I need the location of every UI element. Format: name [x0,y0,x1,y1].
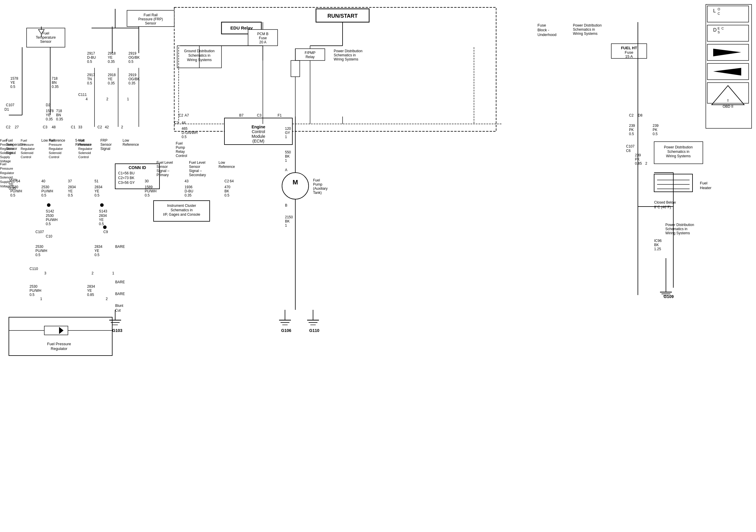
svg-text:Sensor: Sensor [156,165,168,169]
wire-2834-2-label: 2834 [94,244,102,249]
c9-43-label: 43 [185,179,189,183]
svg-text:BK: BK [225,189,229,193]
ecm-label: Engine [252,124,265,129]
svg-text:0.5: 0.5 [99,222,104,226]
low-ref-2-label: Low [122,139,129,142]
svg-text:2: 2 [645,162,647,165]
wire-near-fpr: 1578 [9,178,17,182]
wire-2918-ye2-label: 2918 [108,73,116,77]
fuse-block-label: Fuse [537,23,546,27]
svg-text:Signal: Signal [100,147,110,151]
svg-text:BK: BK [285,154,290,159]
svg-text:A7: A7 [185,113,189,117]
svg-text:Fuse: Fuse [259,36,267,40]
wire-2917-tn-label: 2917 [87,73,95,77]
svg-text:Control: Control [252,129,265,134]
svg-text:YE: YE [99,218,104,222]
wire-2530-2-label: 2530 [36,244,43,249]
c2b-label: C2 [97,125,102,129]
svg-text:C: C [717,12,720,15]
svg-text:GY: GY [285,131,290,135]
svg-text:D-GN/WH: D-GN/WH [182,131,198,135]
svg-text:Reference: Reference [122,142,139,147]
svg-text:0.85: 0.85 [635,162,642,165]
svg-text:Schematics in: Schematics in [573,27,595,32]
svg-text:PU/WH: PU/WH [36,249,47,253]
wire-718-c: 718 [56,109,62,113]
svg-text:Pressure: Pressure [78,143,91,146]
svg-text:Heater: Heater [700,186,712,190]
svg-text:2834: 2834 [99,214,107,218]
svg-text:Signal –: Signal – [189,169,202,173]
svg-text:44: 44 [182,121,186,125]
svg-text:BK: BK [285,219,290,223]
svg-text:Regulator: Regulator [51,346,68,351]
svg-text:Sensor: Sensor [145,21,156,25]
svg-text:Schematics in: Schematics in [667,150,689,154]
svg-text:Pressure (FRP): Pressure (FRP) [138,17,163,21]
wire-2834-3-label: 2834 [87,285,95,289]
svg-text:Sensor: Sensor [189,165,200,169]
g110-label: G110 [309,328,319,333]
svg-text:1: 1 [285,135,287,139]
svg-text:Regulator: Regulator [0,171,14,175]
svg-text:2834: 2834 [94,185,102,189]
svg-text:YE: YE [108,56,113,60]
c2-label: C2 [6,125,11,129]
svg-text:D1: D1 [4,107,9,112]
svg-text:Supply: Supply [0,180,10,184]
svg-text:Module: Module [252,134,265,139]
svg-text:Control: Control [21,155,31,159]
svg-text:Wiring Systems: Wiring Systems [573,32,597,36]
wire-2919-ogbk-label: 2919 [128,51,136,56]
c9-label: C9 [103,230,108,234]
f1-label: F1 [278,113,282,117]
svg-text:Pressure: Pressure [0,143,13,146]
svg-text:YE: YE [94,189,99,193]
svg-text:2: 2 [106,297,108,301]
svg-text:PU/WH: PU/WH [145,189,156,193]
svg-text:Solenoid: Solenoid [21,151,33,155]
svg-text:0.5: 0.5 [41,193,46,197]
frp-signal-label: FRP [100,139,107,142]
fuel-pressure-regulator-label: Fuel Pressure [47,342,71,346]
b-label: B [285,203,287,207]
svg-text:2: 2 [92,271,94,275]
wiring-diagram: RUN/START EDU Relay Fuse Block - Underho… [0,0,756,532]
svg-text:Sensor: Sensor [100,142,112,147]
svg-text:D-BU: D-BU [185,189,193,193]
s142-label: S142 [46,209,54,213]
svg-text:C3=56 GY: C3=56 GY [118,181,135,185]
c107-c6-label: C107 [626,144,634,148]
svg-text:0.5: 0.5 [629,132,634,136]
c1-44-label: C1 [174,121,179,125]
power-dist-3-label: Power Distribution [664,145,692,149]
svg-text:C: C [721,27,724,30]
svg-text:C1=56 BU: C1=56 BU [118,171,135,175]
svg-text:4: 4 [86,97,88,101]
svg-text:S: S [717,30,720,34]
svg-text:0.5: 0.5 [182,135,187,139]
fp-reg-solenoid-ctrl2: Fuel [49,139,55,142]
svg-text:1.25: 1.25 [654,247,661,251]
svg-text:Wiring Systems: Wiring Systems [334,57,358,62]
fpmp-relay-label: F/PMP [305,51,316,55]
svg-text:1: 1 [285,223,287,227]
c110-label: C110 [30,267,38,271]
svg-text:Relay: Relay [176,150,185,154]
svg-text:Pressure: Pressure [49,143,62,146]
svg-text:OG/BK: OG/BK [128,56,140,60]
fp-reg-solenoid-ctrl3: Fuel [78,139,85,142]
svg-text:Pressure: Pressure [0,167,13,170]
bare-3-label: BARE [115,292,125,296]
g106-label: G106 [281,328,291,333]
d2-label: D2 [46,103,50,107]
fuel-ht-fuse-label: FUEL HT [621,46,637,50]
bare-2-label: BARE [115,280,125,284]
svg-text:0.5: 0.5 [145,193,150,197]
svg-text:YE: YE [46,113,50,117]
wire-2530-3-label: 2530 [30,285,38,289]
wire-1578-label: 1578 [10,76,18,81]
svg-text:Solenoid: Solenoid [78,151,91,155]
svg-text:0.5: 0.5 [94,253,99,257]
